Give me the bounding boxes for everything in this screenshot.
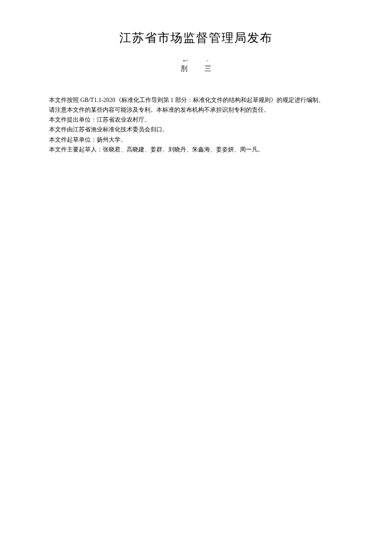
document-title: 江苏省市场监督管理局发布: [49, 30, 343, 46]
mark-right: -1-: [206, 59, 209, 63]
mark-left: ■1Z-: [183, 59, 188, 63]
paragraph-4: 本文件由江苏省渔业标准化技术委员会归口。: [49, 125, 343, 134]
body-text: 本文件按照 GB/T1.1-2020《标准化工作导则第 1 部分：标准化文件的结…: [49, 95, 343, 154]
paragraph-3: 本文件提出单位：江苏省农业农村厅。: [49, 115, 343, 125]
subtitle-char-right: 三: [205, 63, 211, 74]
subtitle-chars-row: 刖 三: [49, 63, 343, 74]
paragraph-2: 请注意本文件的某些内容可能涉及专利。本标准的发布机构不承担识别专利的责任。: [49, 105, 343, 115]
paragraph-1: 本文件按照 GB/T1.1-2020《标准化工作导则第 1 部分：标准化文件的结…: [49, 95, 343, 105]
page-container: 江苏省市场监督管理局发布 ■1Z- -1- 刖 三 本文件按照 GB/T1.1-…: [0, 0, 392, 154]
paragraph-6: 本文件主要起草人：张晓君、高晓建、姜群、刘晓丹、朱鑫海、姜姿妍、周一凡。: [49, 145, 343, 154]
subtitle-area: ■1Z- -1- 刖 三: [49, 59, 343, 74]
paragraph-5: 本文件起草单位：扬州大学。: [49, 135, 343, 145]
subtitle-char-left: 刖: [181, 63, 187, 74]
subtitle-marks-row: ■1Z- -1-: [49, 59, 343, 63]
